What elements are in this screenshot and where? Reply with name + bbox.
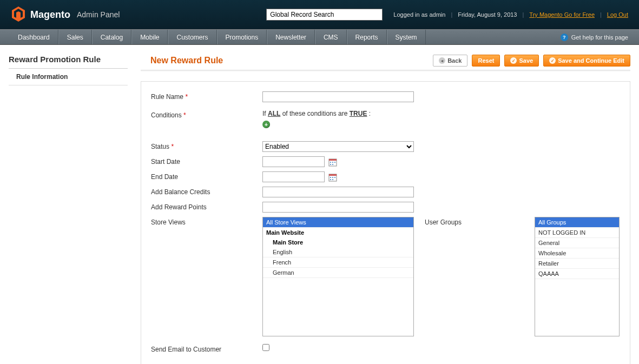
nav-customers[interactable]: Customers bbox=[168, 30, 216, 44]
back-label: Back bbox=[447, 57, 462, 64]
end-date-input[interactable] bbox=[262, 171, 325, 182]
check-icon: ✓ bbox=[510, 57, 517, 64]
svg-rect-3 bbox=[332, 162, 333, 163]
label-send-email: Send Email to Customer bbox=[151, 344, 262, 353]
row-send-email: Send Email to Customer bbox=[151, 344, 620, 353]
row-reward-points: Add Reward Points bbox=[151, 202, 620, 213]
label-user-groups: User Groups bbox=[419, 217, 529, 336]
ug-all-groups[interactable]: All Groups bbox=[535, 217, 619, 228]
row-store-views: Store Views All Store Views Main Website… bbox=[151, 217, 620, 336]
ug-not-logged-in[interactable]: NOT LOGGED IN bbox=[535, 228, 619, 238]
try-magento-link[interactable]: Try Magento Go for Free bbox=[529, 11, 595, 18]
svg-rect-12 bbox=[330, 179, 331, 180]
rule-name-input[interactable] bbox=[262, 91, 414, 102]
svg-rect-5 bbox=[330, 164, 331, 165]
main-content: New Reward Rule ◂ Back Reset ✓ Save ✓ Sa… bbox=[141, 55, 630, 364]
sv-german[interactable]: German bbox=[263, 268, 413, 278]
nav-promotions[interactable]: Promotions bbox=[217, 30, 267, 44]
label-balance-credits: Add Balance Credits bbox=[151, 187, 262, 196]
row-conditions: Conditions * If ALL of these conditions … bbox=[151, 110, 620, 128]
nav-dashboard[interactable]: Dashboard bbox=[10, 30, 58, 44]
content-container: Reward Promotion Rule Rule Information N… bbox=[0, 45, 639, 364]
svg-rect-9 bbox=[330, 177, 331, 178]
search-input[interactable] bbox=[266, 9, 383, 21]
add-condition-icon[interactable]: + bbox=[262, 121, 270, 128]
save-continue-button[interactable]: ✓ Save and Continue Edit bbox=[543, 55, 630, 67]
cond-true-link[interactable]: TRUE bbox=[350, 110, 367, 117]
logo-text: Magento bbox=[30, 9, 70, 21]
svg-rect-2 bbox=[330, 162, 331, 163]
svg-rect-6 bbox=[332, 164, 333, 165]
start-date-input[interactable] bbox=[262, 156, 325, 167]
main-nav: Dashboard Sales Catalog Mobile Customers… bbox=[0, 29, 639, 45]
nav-sales[interactable]: Sales bbox=[58, 30, 92, 44]
nav-system[interactable]: System bbox=[387, 30, 426, 44]
save-label: Save bbox=[519, 57, 533, 64]
sv-french[interactable]: French bbox=[263, 257, 413, 268]
sidebar-title: Reward Promotion Rule bbox=[9, 55, 128, 69]
svg-rect-13 bbox=[332, 179, 333, 180]
global-search bbox=[266, 9, 383, 21]
svg-rect-10 bbox=[332, 177, 333, 178]
header-date: Friday, August 9, 2013 bbox=[458, 11, 517, 18]
row-start-date: Start Date bbox=[151, 156, 620, 167]
save-continue-label: Save and Continue Edit bbox=[558, 57, 624, 64]
label-store-views: Store Views bbox=[151, 217, 262, 226]
ug-retailer[interactable]: Retailer bbox=[535, 259, 619, 269]
reward-points-input[interactable] bbox=[262, 202, 414, 213]
nav-cms[interactable]: CMS bbox=[315, 30, 347, 44]
cond-all-link[interactable]: ALL bbox=[268, 110, 280, 117]
logout-link[interactable]: Log Out bbox=[607, 11, 628, 18]
store-views-listbox[interactable]: All Store Views Main Website Main Store … bbox=[262, 217, 414, 336]
page-title: New Reward Rule bbox=[141, 56, 223, 65]
row-status: Status * Enabled bbox=[151, 141, 620, 152]
admin-header: Magento Admin Panel Logged in as admin |… bbox=[0, 0, 639, 29]
nav-newsletter[interactable]: Newsletter bbox=[267, 30, 315, 44]
balance-credits-input[interactable] bbox=[262, 187, 414, 197]
header-right: Logged in as admin | Friday, August 9, 2… bbox=[393, 11, 628, 18]
sv-english[interactable]: English bbox=[263, 247, 413, 257]
calendar-icon[interactable] bbox=[328, 158, 337, 167]
sv-main-website[interactable]: Main Website bbox=[263, 228, 413, 237]
nav-help[interactable]: ? Get help for this page bbox=[561, 30, 639, 44]
sv-main-store[interactable]: Main Store bbox=[263, 237, 413, 247]
svg-rect-1 bbox=[329, 159, 337, 161]
row-balance-credits: Add Balance Credits bbox=[151, 187, 620, 197]
check-icon: ✓ bbox=[549, 57, 556, 64]
help-icon: ? bbox=[561, 34, 568, 41]
svg-rect-8 bbox=[329, 174, 337, 176]
svg-rect-11 bbox=[334, 177, 335, 178]
status-select[interactable]: Enabled bbox=[262, 141, 414, 152]
back-icon: ◂ bbox=[439, 57, 445, 64]
back-button[interactable]: ◂ Back bbox=[433, 55, 467, 67]
logged-in-text: Logged in as admin bbox=[393, 11, 445, 18]
sidebar: Reward Promotion Rule Rule Information bbox=[9, 55, 128, 364]
svg-rect-4 bbox=[334, 162, 335, 163]
label-rule-name: Rule Name * bbox=[151, 91, 262, 101]
separator: | bbox=[600, 11, 602, 18]
nav-reports[interactable]: Reports bbox=[347, 30, 387, 44]
label-status: Status * bbox=[151, 141, 262, 150]
logo-icon bbox=[11, 6, 26, 24]
separator: | bbox=[523, 11, 524, 18]
nav-catalog[interactable]: Catalog bbox=[92, 30, 131, 44]
help-label: Get help for this page bbox=[571, 34, 628, 41]
sv-all-store-views[interactable]: All Store Views bbox=[263, 217, 413, 228]
ug-general[interactable]: General bbox=[535, 238, 619, 248]
form-box: Rule Name * Conditions * If ALL of these… bbox=[141, 81, 630, 364]
label-start-date: Start Date bbox=[151, 156, 262, 166]
calendar-icon[interactable] bbox=[328, 173, 337, 182]
ug-wholesale[interactable]: Wholesale bbox=[535, 248, 619, 259]
ug-qaaaa[interactable]: QAAAA bbox=[535, 269, 619, 279]
save-button[interactable]: ✓ Save bbox=[504, 55, 539, 67]
header-divider bbox=[141, 70, 630, 71]
action-buttons: ◂ Back Reset ✓ Save ✓ Save and Continue … bbox=[433, 55, 630, 67]
row-rule-name: Rule Name * bbox=[151, 91, 620, 102]
label-end-date: End Date bbox=[151, 171, 262, 181]
nav-mobile[interactable]: Mobile bbox=[131, 30, 168, 44]
user-groups-listbox[interactable]: All Groups NOT LOGGED IN General Wholesa… bbox=[535, 217, 620, 336]
reset-button[interactable]: Reset bbox=[472, 55, 500, 67]
send-email-checkbox[interactable] bbox=[262, 344, 269, 351]
sidebar-item-rule-info[interactable]: Rule Information bbox=[9, 69, 128, 85]
row-end-date: End Date bbox=[151, 171, 620, 182]
